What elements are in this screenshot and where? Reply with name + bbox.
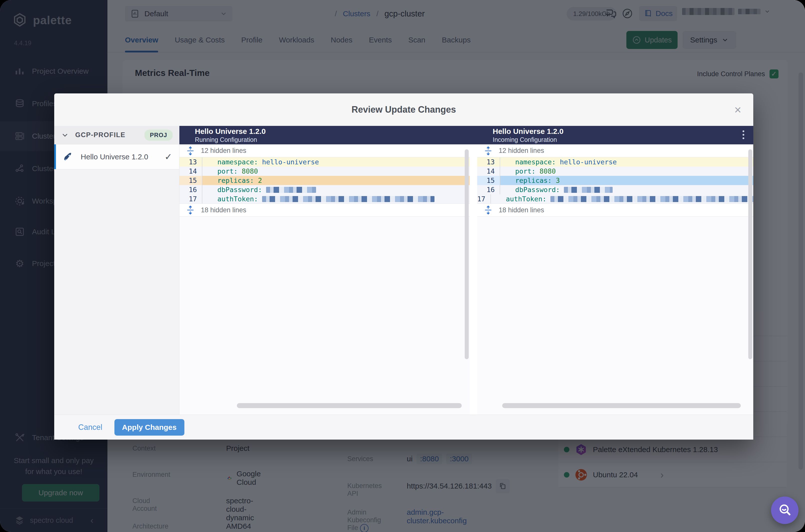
redacted-value bbox=[262, 196, 434, 202]
diff-line: 13namespace: hello-universe bbox=[180, 157, 470, 167]
vertical-scrollbar[interactable] bbox=[748, 149, 752, 359]
help-search-floating-button[interactable] bbox=[771, 496, 799, 524]
profile-group-name: GCP-PROFILE bbox=[75, 131, 126, 139]
running-config-header: Hello Universe 1.2.0 Running Configurati… bbox=[180, 126, 266, 144]
diff-line: 14port: 8080 bbox=[477, 167, 753, 176]
chevron-down-icon bbox=[61, 131, 69, 139]
profile-panel: GCP-PROFILE PROJ Hello Universe 1.2.0 ✓ bbox=[54, 126, 180, 415]
hidden-lines-expander[interactable]: 12 hidden lines bbox=[180, 144, 470, 157]
close-icon[interactable]: × bbox=[734, 104, 741, 116]
diff-line: 14port: 8080 bbox=[180, 167, 470, 176]
project-scope-badge: PROJ bbox=[145, 130, 173, 140]
incoming-config-header: Hello Universe 1.2.0 Incoming Configurat… bbox=[477, 126, 563, 144]
diff-line: 17authToken: bbox=[180, 194, 470, 204]
unfold-icon bbox=[185, 205, 195, 215]
unfold-icon bbox=[483, 146, 493, 156]
horizontal-scrollbar[interactable] bbox=[237, 403, 462, 408]
diff-line: 16dbPassword: bbox=[477, 185, 753, 194]
profile-item-name: Hello Universe 1.2.0 bbox=[81, 153, 148, 161]
vertical-scrollbar[interactable] bbox=[465, 149, 469, 359]
diff-viewer: Hello Universe 1.2.0 Running Configurati… bbox=[180, 126, 753, 415]
app-window: palette 4.4.19 Project Overview Profiles… bbox=[0, 0, 805, 532]
redacted-value bbox=[564, 187, 613, 193]
cancel-button[interactable]: Cancel bbox=[78, 423, 102, 432]
profile-item-hello-universe[interactable]: Hello Universe 1.2.0 ✓ bbox=[54, 144, 179, 169]
check-icon: ✓ bbox=[165, 152, 172, 162]
review-update-changes-modal: Review Update Changes × GCP-PROFILE PROJ… bbox=[54, 93, 753, 440]
horizontal-scrollbar[interactable] bbox=[502, 403, 741, 408]
running-config-pane: 12 hidden lines 13namespace: hello-unive… bbox=[180, 144, 470, 415]
hidden-lines-expander[interactable]: 18 hidden lines bbox=[477, 204, 753, 216]
unfold-icon bbox=[185, 146, 195, 156]
unfold-icon bbox=[483, 205, 493, 215]
modal-footer: Cancel Apply Changes bbox=[54, 415, 753, 440]
profile-group-header[interactable]: GCP-PROFILE PROJ bbox=[54, 126, 179, 144]
kebab-menu-icon[interactable] bbox=[743, 130, 744, 139]
rocket-icon bbox=[63, 151, 74, 163]
diff-line-removed: 15replicas: 2 bbox=[180, 176, 470, 185]
diff-line-added: 15replicas: 3 bbox=[477, 176, 753, 185]
hidden-lines-expander[interactable]: 18 hidden lines bbox=[180, 204, 470, 216]
apply-changes-button[interactable]: Apply Changes bbox=[114, 419, 184, 436]
diff-header: Hello Universe 1.2.0 Running Configurati… bbox=[180, 126, 753, 144]
incoming-config-pane: 12 hidden lines 13namespace: hello-unive… bbox=[477, 144, 753, 415]
redacted-value bbox=[550, 196, 753, 202]
diff-line: 17authToken: bbox=[477, 194, 753, 204]
diff-line: 13namespace: hello-universe bbox=[477, 157, 753, 167]
modal-title: Review Update Changes bbox=[54, 93, 753, 126]
search-smile-icon bbox=[777, 502, 792, 518]
redacted-value bbox=[266, 187, 316, 193]
diff-line: 16dbPassword: bbox=[180, 185, 470, 194]
hidden-lines-expander[interactable]: 12 hidden lines bbox=[477, 144, 753, 157]
